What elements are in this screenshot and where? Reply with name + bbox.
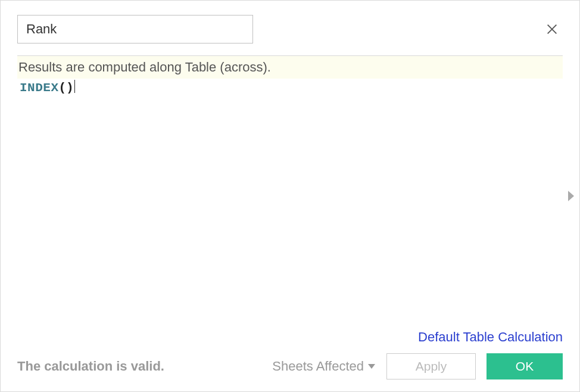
svg-marker-3 — [368, 364, 375, 369]
apply-button[interactable]: Apply — [386, 353, 476, 379]
dialog-header — [1, 1, 579, 43]
ok-button[interactable]: OK — [487, 353, 563, 379]
dialog-footer: Default Table Calculation The calculatio… — [17, 329, 563, 379]
chevron-right-icon — [566, 190, 576, 202]
formula-editor[interactable]: INDEX() — [17, 79, 563, 305]
computation-hint-banner: Results are computed along Table (across… — [17, 56, 563, 79]
editor-area: Results are computed along Table (across… — [17, 56, 563, 305]
default-table-calculation-link[interactable]: Default Table Calculation — [418, 329, 563, 344]
footer-action-row: The calculation is valid. Sheets Affecte… — [17, 353, 563, 379]
validation-status-text: The calculation is valid. — [17, 359, 164, 374]
sheets-affected-label: Sheets Affected — [272, 359, 364, 374]
svg-marker-2 — [568, 191, 574, 201]
close-icon — [545, 23, 559, 36]
text-caret — [74, 80, 75, 93]
close-button[interactable] — [541, 18, 563, 40]
triangle-down-icon — [367, 363, 376, 369]
sheets-affected-dropdown[interactable]: Sheets Affected — [272, 359, 376, 374]
calculation-editor-dialog: Results are computed along Table (across… — [0, 0, 580, 392]
expand-functions-handle[interactable] — [566, 190, 576, 204]
formula-parens-token: () — [59, 81, 74, 95]
field-name-input[interactable] — [17, 15, 253, 43]
formula-function-token: INDEX — [20, 81, 59, 95]
footer-link-row: Default Table Calculation — [17, 329, 563, 345]
